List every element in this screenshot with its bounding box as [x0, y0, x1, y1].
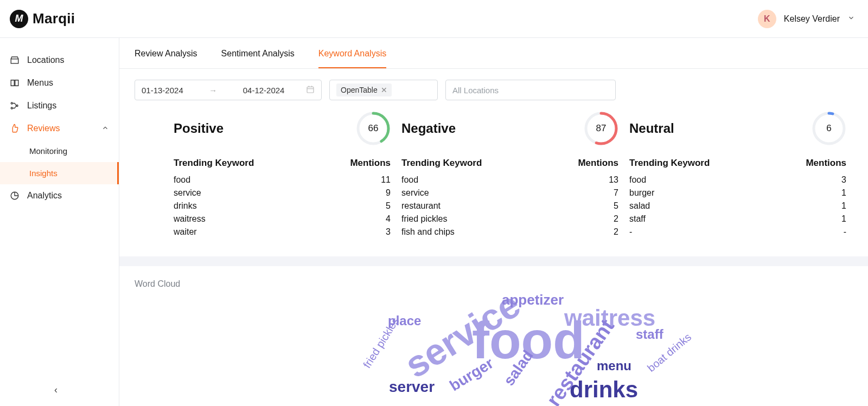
word-cloud-word[interactable]: appetizer — [502, 292, 564, 308]
close-icon[interactable]: ✕ — [381, 86, 387, 94]
word-cloud-word[interactable]: drinks — [570, 377, 638, 403]
sentiment-value: 87 — [584, 111, 618, 146]
keyword-row: food 3 — [629, 175, 846, 185]
sidebar-item-listings[interactable]: Listings — [0, 94, 119, 117]
word-cloud-canvas: foodservicewaitressappetizerplacestafffr… — [239, 294, 749, 405]
sidebar-item-insights[interactable]: Insights — [0, 162, 119, 184]
keyword-row: food 13 — [401, 175, 618, 185]
keyword-row: staff 1 — [629, 214, 846, 224]
keyword-row: waiter 3 — [174, 227, 391, 237]
chevron-down-icon — [847, 14, 855, 24]
keyword-text: service — [401, 188, 429, 198]
brand-logo-icon: M — [10, 10, 28, 28]
tab-sentiment-analysis[interactable]: Sentiment Analysis — [221, 49, 295, 68]
word-cloud-word[interactable]: fried pickles — [361, 315, 401, 371]
keyword-row: service 7 — [401, 188, 618, 198]
sidebar-item-monitoring[interactable]: Monitoring — [0, 140, 119, 162]
word-cloud-title: Word Cloud — [135, 279, 853, 289]
sidebar-item-label: Monitoring — [29, 146, 67, 156]
keyword-mentions: 1 — [841, 201, 846, 211]
tab-review-analysis[interactable]: Review Analysis — [135, 49, 197, 68]
keyword-row: burger 1 — [629, 188, 846, 198]
chevron-up-icon — [101, 124, 109, 133]
keyword-text: fish and chips — [401, 227, 455, 237]
keyword-mentions: - — [844, 227, 846, 237]
keyword-mentions: 1 — [841, 214, 846, 224]
col-header-keyword: Trending Keyword — [174, 158, 254, 169]
keyword-mentions: 4 — [386, 214, 391, 224]
keyword-mentions: 7 — [614, 188, 618, 198]
keyword-mentions: 2 — [614, 227, 618, 237]
sentiment-column: Negative 87 Trending Keyword Mentions fo… — [401, 111, 618, 240]
keyword-text: waiter — [174, 227, 197, 237]
sidebar-item-label: Menus — [27, 78, 53, 88]
tabs-bar: Review Analysis Sentiment Analysis Keywo… — [119, 38, 868, 69]
keyword-mentions: 11 — [381, 175, 391, 185]
keyword-row: fried pickles 2 — [401, 214, 618, 224]
keyword-text: fried pickles — [401, 214, 447, 224]
brand-logo[interactable]: M Marqii — [10, 10, 75, 28]
sidebar-item-label: Insights — [29, 169, 58, 178]
word-cloud-word[interactable]: menu — [597, 358, 631, 373]
sentiment-title: Negative — [401, 121, 456, 136]
keyword-mentions: 13 — [609, 175, 618, 185]
keyword-text: waitress — [174, 214, 206, 224]
sidebar-item-locations[interactable]: Locations — [0, 49, 119, 72]
keyword-text: food — [174, 175, 190, 185]
book-icon — [10, 78, 20, 88]
keyword-mentions: 5 — [386, 201, 391, 211]
network-icon — [10, 101, 20, 111]
word-cloud-word[interactable]: server — [389, 378, 435, 396]
filter-bar: 01-13-2024 → 04-12-2024 OpenTable ✕ All … — [119, 69, 868, 111]
sidebar-item-reviews[interactable]: Reviews — [0, 117, 119, 140]
sidebar-item-menus[interactable]: Menus — [0, 72, 119, 94]
sidebar-collapse-button[interactable]: ‹ — [54, 384, 58, 396]
col-header-mentions: Mentions — [350, 158, 391, 169]
keyword-text: food — [629, 175, 646, 185]
sidebar-item-label: Analytics — [27, 191, 62, 201]
user-menu[interactable]: K Kelsey Verdier — [758, 10, 855, 28]
sentiment-title: Neutral — [629, 121, 674, 136]
user-name: Kelsey Verdier — [784, 14, 840, 24]
col-header-keyword: Trending Keyword — [629, 158, 710, 169]
calendar-icon — [306, 85, 315, 95]
col-header-keyword: Trending Keyword — [401, 158, 482, 169]
app-header: M Marqii K Kelsey Verdier — [0, 0, 868, 38]
keyword-mentions: 3 — [841, 175, 846, 185]
keyword-text: burger — [629, 188, 654, 198]
keyword-row: service 9 — [174, 188, 391, 198]
avatar: K — [758, 10, 776, 28]
word-cloud-word[interactable]: staff — [636, 327, 663, 342]
keyword-text: food — [401, 175, 418, 185]
sidebar-item-analytics[interactable]: Analytics — [0, 184, 119, 207]
col-header-mentions: Mentions — [806, 158, 846, 169]
keyword-mentions: 1 — [841, 188, 846, 198]
sentiment-title: Positive — [174, 121, 224, 136]
date-range-picker[interactable]: 01-13-2024 → 04-12-2024 — [135, 80, 322, 100]
tab-keyword-analysis[interactable]: Keyword Analysis — [318, 49, 386, 68]
location-filter[interactable]: All Locations — [445, 80, 616, 100]
sidebar-item-label: Reviews — [27, 124, 60, 133]
keyword-mentions: 3 — [386, 227, 391, 237]
svg-point-1 — [11, 102, 12, 104]
sidebar-item-label: Listings — [27, 101, 56, 111]
keyword-text: - — [629, 227, 632, 237]
svg-point-2 — [11, 107, 12, 109]
svg-rect-5 — [307, 87, 314, 93]
store-icon — [10, 55, 20, 65]
keyword-text: staff — [629, 214, 646, 224]
source-filter[interactable]: OpenTable ✕ — [329, 80, 438, 100]
keyword-mentions: 2 — [614, 214, 618, 224]
keyword-row: - - — [629, 227, 846, 237]
sentiment-value: 66 — [356, 111, 391, 146]
arrow-right-icon: → — [205, 86, 221, 95]
keyword-row: restaurant 5 — [401, 201, 618, 211]
sentiment-value: 6 — [812, 111, 846, 146]
keyword-mentions: 5 — [614, 201, 618, 211]
svg-point-3 — [16, 105, 18, 107]
main-content: Review Analysis Sentiment Analysis Keywo… — [119, 38, 868, 406]
chip-label: OpenTable — [341, 86, 378, 94]
brand-name: Marqii — [33, 10, 75, 27]
keyword-row: food 11 — [174, 175, 391, 185]
sentiment-ring: 6 — [812, 111, 846, 146]
